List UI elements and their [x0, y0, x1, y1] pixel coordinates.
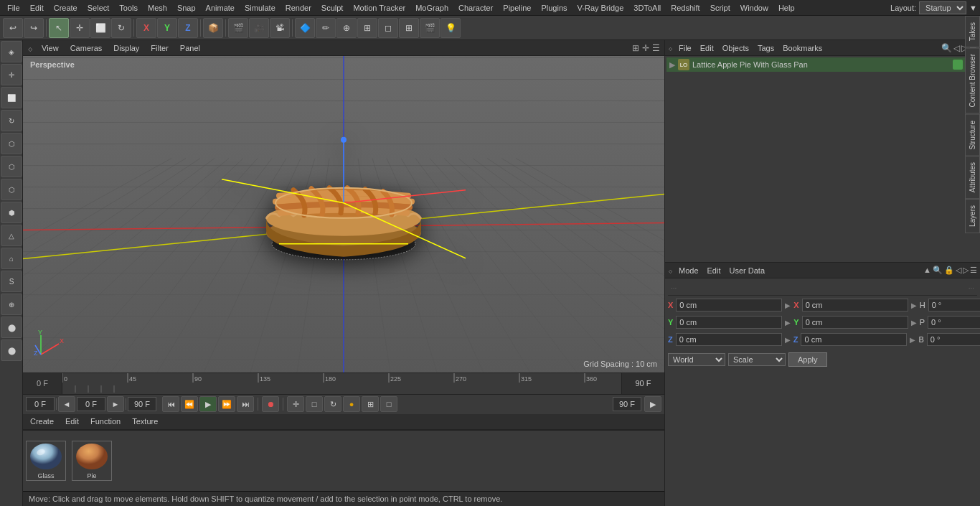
tab-content-browser[interactable]: Content Browser [965, 47, 980, 113]
rotate-tool-button[interactable]: ↻ [111, 18, 131, 38]
pb-grid-icon[interactable]: ⊞ [362, 396, 379, 412]
pb-record-button[interactable]: ⏺ [262, 396, 279, 412]
object-mode-button[interactable]: 📦 [203, 18, 223, 38]
attr-up-icon[interactable]: ▲ [923, 266, 931, 275]
obj-menu-bookmarks[interactable]: Bookmarks [780, 43, 825, 53]
lp-btn-13[interactable]: ⬤ [1, 317, 22, 338]
lp-btn-10[interactable]: ⌂ [1, 248, 22, 269]
viewport-menu-view[interactable]: View [39, 43, 62, 53]
menu-window[interactable]: Window [736, 2, 773, 14]
menu-simulate[interactable]: Simulate [240, 2, 280, 14]
attr-y-size-field[interactable] [802, 316, 908, 329]
attr-b-field[interactable] [927, 333, 980, 346]
attr-search-icon[interactable]: 🔍 [933, 266, 943, 275]
select2-button[interactable]: ◻ [378, 18, 398, 38]
lp-btn-5[interactable]: ⬡ [1, 133, 22, 154]
menu-snap[interactable]: Snap [173, 2, 200, 14]
scale-dropdown[interactable]: Scale [728, 353, 786, 366]
menu-file[interactable]: File [3, 2, 24, 14]
pb-next-button[interactable]: ⏩ [218, 396, 235, 412]
material-glass[interactable]: Glass [26, 441, 66, 481]
menu-animate[interactable]: Animate [202, 2, 239, 14]
pb-end-arrow[interactable]: ▶ [644, 396, 661, 412]
menu-motion-tracker[interactable]: Motion Tracker [349, 2, 410, 14]
obj-search-icon[interactable]: 🔍 [941, 43, 952, 53]
axis-x-button[interactable]: X [136, 18, 156, 38]
obj-menu-tags[interactable]: Tags [755, 43, 777, 53]
viewport-menu-display[interactable]: Display [110, 43, 142, 53]
attr-menu-edit[interactable]: Edit [705, 266, 724, 276]
attr-menu-mode[interactable]: Mode [676, 266, 702, 276]
viewport-menu-cameras[interactable]: Cameras [67, 43, 105, 53]
tab-attributes[interactable]: Attributes [965, 156, 980, 199]
pb-start-button[interactable]: ⏮ [162, 396, 179, 412]
lp-btn-9[interactable]: △ [1, 225, 22, 246]
lp-btn-7[interactable]: ⬡ [1, 179, 22, 200]
tab-structure[interactable]: Structure [965, 114, 980, 156]
mat-menu-create[interactable]: Create [27, 416, 57, 426]
pb-prev-button[interactable]: ⏪ [181, 396, 198, 412]
start-frame-field[interactable] [26, 397, 55, 411]
cam-button[interactable]: 🎬 [420, 18, 440, 38]
menu-mesh[interactable]: Mesh [143, 2, 171, 14]
obj-visibility-dot[interactable] [953, 60, 963, 70]
obj-menu-objects[interactable]: Objects [720, 43, 752, 53]
menu-script[interactable]: Script [706, 2, 735, 14]
menu-plugins[interactable]: Plugins [537, 2, 571, 14]
object-row-lattice[interactable]: ▶ LO Lattice Apple Pie With Glass Pan [666, 57, 979, 72]
menu-3dtoall[interactable]: 3DToAll [629, 2, 665, 14]
pb-keyframe-icon[interactable]: ● [343, 396, 360, 412]
pb-arrow-right[interactable]: ► [107, 396, 124, 412]
tab-layers[interactable]: Layers [965, 199, 980, 233]
viewport-menu-toggle[interactable]: ⬦ [27, 42, 33, 54]
mat-menu-texture[interactable]: Texture [129, 416, 161, 426]
obj-nav-icon[interactable]: ◁ [953, 43, 960, 53]
viewport-menu-filter[interactable]: Filter [148, 43, 171, 53]
timeline-track[interactable]: 0 45 90 135 180 225 270 3 [62, 373, 621, 394]
menu-vray[interactable]: V-Ray Bridge [573, 2, 628, 14]
mat-menu-function[interactable]: Function [88, 416, 123, 426]
render-all-button[interactable]: 📽 [270, 18, 290, 38]
attr-nav-icon[interactable]: ◁ [956, 266, 961, 275]
axis-y-button[interactable]: Y [157, 18, 177, 38]
attr-menu-icon[interactable]: ☰ [970, 266, 977, 275]
mograph-button[interactable]: ⊞ [357, 18, 377, 38]
attr-z-pos-field[interactable] [676, 333, 782, 346]
end-frame-field[interactable] [128, 397, 156, 411]
move-tool-button[interactable]: ✛ [70, 18, 90, 38]
light-button[interactable]: 💡 [440, 18, 461, 38]
menu-sculpt[interactable]: Sculpt [317, 2, 348, 14]
attr-lock-icon[interactable]: 🔒 [944, 266, 954, 275]
lp-btn-14[interactable]: ⬤ [1, 339, 22, 361]
attr-x-size-field[interactable] [802, 299, 908, 311]
attr-y-pos-field[interactable] [676, 316, 782, 329]
attr-p-field[interactable] [928, 316, 980, 329]
attr-z-size-field[interactable] [801, 333, 907, 346]
obj-menu-edit[interactable]: Edit [697, 43, 717, 53]
render-region-button[interactable]: 🎬 [228, 18, 248, 38]
menu-select[interactable]: Select [83, 2, 114, 14]
menu-create[interactable]: Create [50, 2, 82, 14]
lp-btn-11[interactable]: S [1, 271, 22, 292]
lp-btn-12[interactable]: ⊕ [1, 294, 22, 315]
mat-menu-edit[interactable]: Edit [62, 416, 82, 426]
lp-btn-1[interactable]: ◈ [1, 41, 22, 62]
pb-move-icon[interactable]: ✛ [287, 396, 304, 412]
menu-mograph[interactable]: MoGraph [411, 2, 453, 14]
menu-pipeline[interactable]: Pipeline [499, 2, 535, 14]
axis-z-button[interactable]: Z [178, 18, 198, 38]
pen-button[interactable]: ✏ [316, 18, 336, 38]
apply-button[interactable]: Apply [788, 352, 827, 367]
lp-btn-6[interactable]: ⬡ [1, 156, 22, 177]
pb-play-button[interactable]: ▶ [199, 396, 217, 412]
clone-button[interactable]: ⊕ [336, 18, 357, 38]
layout-dropdown[interactable]: Startup [919, 1, 966, 14]
menu-character[interactable]: Character [454, 2, 497, 14]
pb-end-button[interactable]: ⏭ [237, 396, 254, 412]
grid-button[interactable]: ⊞ [399, 18, 419, 38]
viewport-icon-menu[interactable]: ☰ [652, 43, 660, 53]
attr-nav2-icon[interactable]: ▷ [963, 266, 969, 275]
render-active-button[interactable]: 🎥 [249, 18, 269, 38]
scale-tool-button[interactable]: ⬜ [90, 18, 110, 38]
menu-tools[interactable]: Tools [115, 2, 142, 14]
